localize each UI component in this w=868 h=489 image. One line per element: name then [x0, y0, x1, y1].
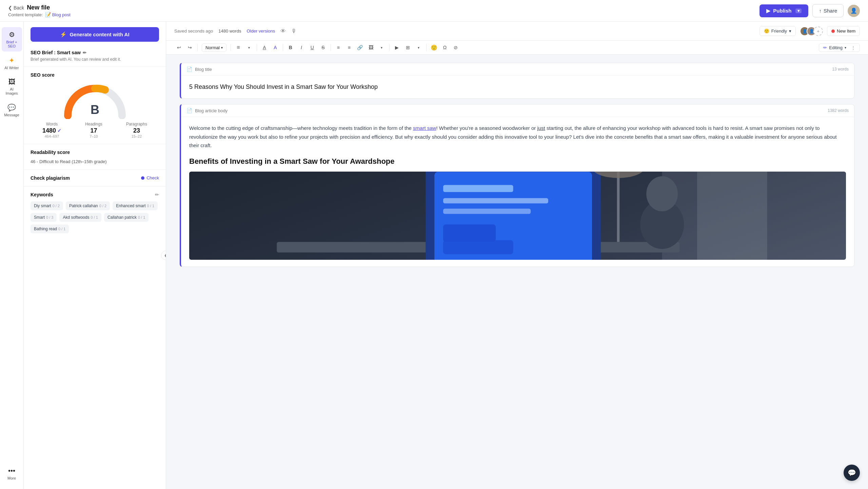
- template-badge[interactable]: 📝 Blog post: [45, 12, 71, 17]
- italic-button[interactable]: I: [297, 43, 306, 52]
- icon-sidebar: ⚙ Brief + SEO ✦ AI Writer 🖼 AI Images 💬 …: [0, 22, 24, 489]
- workshop-image-svg: [189, 172, 846, 260]
- share-button[interactable]: ↑ Share: [812, 4, 844, 17]
- underline-button[interactable]: U: [308, 43, 317, 52]
- readability-section: Readability score 46 - Difficult to Read…: [24, 144, 166, 170]
- blog-image: [189, 172, 846, 260]
- svg-rect-10: [443, 224, 496, 242]
- seo-gauge: B: [31, 82, 159, 119]
- edit-icon[interactable]: ✏: [83, 50, 86, 55]
- share-icon: ↑: [819, 8, 822, 14]
- chat-button[interactable]: 💬: [844, 465, 860, 481]
- table-button[interactable]: ⊞: [403, 43, 413, 52]
- svg-text:B: B: [91, 103, 99, 117]
- block-body-header-left: 📄 Blog article body: [186, 108, 228, 113]
- publish-button[interactable]: ▶ Publish ▾: [760, 4, 808, 17]
- text-color-button[interactable]: A: [260, 43, 269, 52]
- sidebar-item-message[interactable]: 💬 Message: [2, 100, 22, 120]
- seo-stats: Words 1480 ✓ 464–697 Headings 17 7–10 Pa…: [31, 122, 159, 138]
- blog-title-block: 📄 Blog title 13 words 5 Reasons Why You …: [180, 63, 854, 99]
- readability-value: 46 - Difficult to Read (12th–15th grade): [31, 159, 159, 164]
- toolbar-separator-6: [389, 44, 390, 51]
- readability-title: Readability score: [31, 150, 159, 155]
- blog-icon: 📝: [45, 12, 51, 17]
- more-icon: •••: [8, 467, 15, 475]
- image-dropdown[interactable]: ▾: [377, 43, 387, 52]
- check-plagiarism-button[interactable]: Check: [141, 175, 159, 180]
- emoji-button[interactable]: 🙂: [429, 43, 439, 52]
- clear-format-button[interactable]: ⊘: [451, 43, 460, 52]
- new-item-dot-icon: [831, 30, 835, 33]
- word-count: 1480 words: [218, 28, 241, 34]
- keyword-text: Akd softwoods: [63, 215, 89, 220]
- chevron-down-icon: ▾: [789, 28, 791, 34]
- user-avatar[interactable]: 👤: [848, 5, 860, 17]
- generate-content-button[interactable]: ⚡ Generate content with AI: [31, 27, 159, 42]
- friendly-dropdown[interactable]: 🙂 Friendly ▾: [760, 26, 796, 36]
- publish-dropdown-icon[interactable]: ▾: [795, 8, 802, 13]
- editor-topbar-right: 🙂 Friendly ▾ 👤 👤 + New Item: [760, 26, 860, 36]
- special-char-button[interactable]: Ω: [440, 43, 450, 52]
- blog-title-text[interactable]: 5 Reasons Why You Should Invest in a Sma…: [189, 82, 846, 92]
- words-check-icon: ✓: [57, 128, 61, 133]
- ai-button[interactable]: ▶: [392, 43, 402, 52]
- keywords-title: Keywords: [31, 192, 53, 197]
- topbar-right: ▶ Publish ▾ ↑ Share 👤: [760, 4, 860, 17]
- toolbar-separator-7: [426, 44, 427, 51]
- blog-title-content[interactable]: 5 Reasons Why You Should Invest in a Sma…: [181, 76, 854, 98]
- undo-button[interactable]: ↩: [174, 43, 184, 52]
- keyword-text: Smart: [34, 215, 45, 220]
- image-button[interactable]: 🖼: [366, 43, 376, 52]
- seo-brief-title: SEO Brief : Smart saw ✏: [31, 50, 159, 55]
- sidebar-item-brief-seo[interactable]: ⚙ Brief + SEO: [2, 27, 22, 52]
- link-button[interactable]: 🔗: [355, 43, 365, 52]
- plagiarism-section: Check plagiarism Check: [24, 170, 166, 187]
- block-body-header: 📄 Blog article body 1382 words: [181, 104, 854, 117]
- align-dropdown[interactable]: ▾: [244, 43, 254, 52]
- keyword-badge: Bathing read 0 / 1: [31, 224, 69, 233]
- chat-icon: 💬: [848, 469, 856, 477]
- more-options-icon[interactable]: ⋮: [851, 45, 855, 50]
- highlight-button[interactable]: A: [271, 43, 280, 52]
- older-versions-link[interactable]: Older versions: [246, 28, 275, 34]
- keyword-text: Diy smart: [34, 203, 51, 208]
- table-dropdown[interactable]: ▾: [414, 43, 423, 52]
- align-left-button[interactable]: ≡: [234, 43, 243, 52]
- block-title-icon: 📄: [186, 66, 192, 72]
- blog-body-block: 📄 Blog article body 1382 words Welcome t…: [180, 104, 854, 267]
- chevron-down-icon: ▾: [845, 46, 846, 50]
- editor-area: Saved seconds ago 1480 words Older versi…: [166, 22, 868, 489]
- benefits-heading: Benefits of Investing in a Smart Saw for…: [189, 157, 846, 167]
- message-icon: 💬: [7, 103, 16, 112]
- redo-button[interactable]: ↪: [185, 43, 195, 52]
- sidebar-item-ai-images[interactable]: 🖼 AI Images: [2, 75, 22, 99]
- numbered-list-button[interactable]: ≡: [344, 43, 354, 52]
- new-item-button[interactable]: New Item: [827, 26, 860, 36]
- back-button[interactable]: ❮ Back: [8, 5, 24, 11]
- topbar-left: ❮ Back New file Content template: 📝 Blog…: [8, 4, 71, 17]
- sidebar-item-more[interactable]: ••• More: [2, 464, 22, 484]
- editor-toolbar: ↩ ↪ Normal ▾ ≡ ▾ A A B I U S ≡ ≡ 🔗 🖼 ▾: [166, 41, 868, 55]
- topbar-subtitle: Content template: 📝 Blog post: [8, 12, 71, 17]
- eye-icon[interactable]: 👁: [280, 28, 286, 34]
- paragraph-style-dropdown[interactable]: Normal ▾: [202, 43, 226, 52]
- block-body-icon: 📄: [186, 108, 192, 113]
- sidebar-item-ai-writer[interactable]: ✦ AI Writer: [2, 53, 22, 73]
- strikethrough-button[interactable]: S: [318, 43, 328, 52]
- block-body-word-count: 1382 words: [828, 108, 849, 113]
- blog-body-content[interactable]: Welcome to the cutting edge of craftsman…: [181, 117, 854, 267]
- lightning-icon: ⚡: [60, 31, 67, 38]
- microphone-icon[interactable]: 🎙: [291, 28, 297, 34]
- keywords-edit-icon[interactable]: ✏: [155, 192, 159, 197]
- panel-header: ⚡ Generate content with AI: [24, 22, 166, 48]
- main-layout: ⚙ Brief + SEO ✦ AI Writer 🖼 AI Images 💬 …: [0, 22, 868, 489]
- seo-score-title: SEO score: [31, 72, 159, 78]
- keyword-text: Patrick callahan: [69, 203, 98, 208]
- collapse-panel-button[interactable]: ❮: [161, 251, 166, 260]
- bold-button[interactable]: B: [286, 43, 295, 52]
- gauge-chart: B: [61, 82, 129, 119]
- smart-saw-link[interactable]: smart saw: [413, 125, 436, 131]
- add-collaborator-button[interactable]: +: [813, 26, 823, 36]
- bullet-list-button[interactable]: ≡: [334, 43, 343, 52]
- editing-mode-dropdown[interactable]: ✏ Editing ▾ ⋮: [819, 43, 860, 52]
